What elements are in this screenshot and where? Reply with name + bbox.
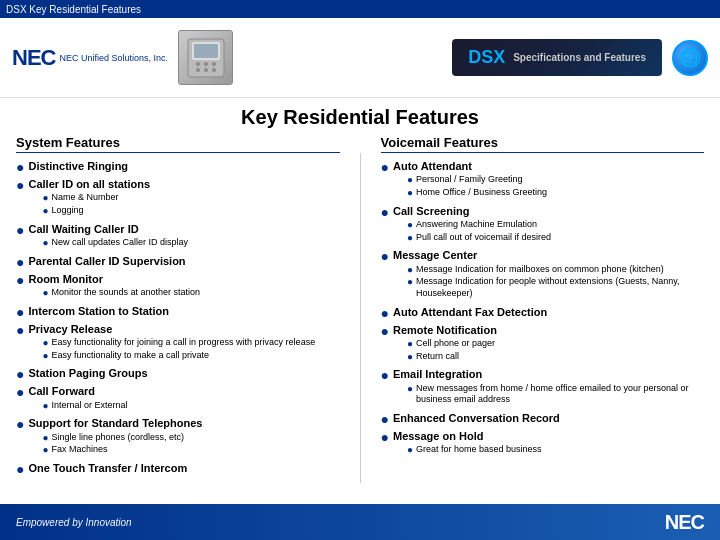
list-item: ● Cell phone or pager [407, 338, 497, 350]
list-item: ● Answering Machine Emulation [407, 219, 551, 231]
list-item: ● Caller ID on all stations ● Name & Num… [16, 177, 340, 219]
sub-bullet: ● [42, 445, 48, 455]
sub-label: Easy functionality to make a call privat… [52, 350, 210, 362]
bullet-icon: ● [16, 367, 24, 381]
bullet-icon: ● [16, 385, 24, 399]
list-item: ● Great for home based business [407, 444, 542, 456]
feature-block: Message on Hold ● Great for home based b… [393, 429, 542, 458]
svg-point-8 [212, 68, 216, 72]
sub-label: Personal / Family Greeting [416, 174, 523, 186]
feature-label: Auto Attendant [393, 160, 472, 172]
feature-block: Auto Attendant ● Personal / Family Greet… [393, 159, 547, 201]
list-item: ● Intercom Station to Station [16, 304, 340, 319]
list-item: ● Pull call out of voicemail if desired [407, 232, 551, 244]
feature-label: Message on Hold [393, 430, 483, 442]
bullet-icon: ● [381, 160, 389, 174]
list-item: ● Call Waiting Caller ID ● New call upda… [16, 222, 340, 251]
feature-label: Message Center [393, 249, 477, 261]
svg-point-6 [196, 68, 200, 72]
feature-block: Caller ID on all stations ● Name & Numbe… [28, 177, 150, 219]
list-item: ● Easy functionality for joining a call … [42, 337, 315, 349]
feature-label: Room Monitor [28, 273, 103, 285]
list-item: ● Privacy Release ● Easy functionality f… [16, 322, 340, 364]
list-item: ● Monitor the sounds at another station [42, 287, 200, 299]
svg-rect-2 [194, 44, 218, 58]
feature-block: Message Center ● Message Indication for … [393, 248, 704, 301]
header: NEC NEC Unified Solutions, Inc. DSX [0, 18, 720, 98]
sub-label: New messages from home / home office ema… [416, 383, 704, 406]
sub-bullet: ● [407, 175, 413, 185]
sub-list: ● Answering Machine Emulation ● Pull cal… [393, 219, 551, 243]
list-item: ● Message Indication for people without … [407, 276, 704, 299]
sub-label: Easy functionality for joining a call in… [52, 337, 316, 349]
globe-icon: 🌐 [672, 40, 708, 76]
list-item: ● Support for Standard Telephones ● Sing… [16, 416, 340, 458]
feature-block: Email Integration ● New messages from ho… [393, 367, 704, 408]
sub-label: Cell phone or pager [416, 338, 495, 350]
sub-bullet: ● [407, 352, 413, 362]
svg-point-7 [204, 68, 208, 72]
list-item: ● Station Paging Groups [16, 366, 340, 381]
feature-block: Call Screening ● Answering Machine Emula… [393, 204, 551, 246]
sub-bullet: ● [42, 206, 48, 216]
footer-tagline: Empowered by Innovation [16, 517, 132, 528]
list-item: ● One Touch Transfer / Intercom [16, 461, 340, 476]
footer-brand: NEC [665, 511, 704, 534]
voicemail-features-column: Voicemail Features ● Auto Attendant ● Pe… [381, 135, 705, 501]
dsx-banner: DSX Specifications and Features [452, 39, 662, 76]
column-divider [360, 153, 361, 482]
feature-label: Call Forward [28, 385, 95, 397]
nec-logo: NEC NEC Unified Solutions, Inc. [12, 45, 168, 71]
list-item: ● New call updates Caller ID display [42, 237, 188, 249]
voicemail-features-title: Voicemail Features [381, 135, 705, 153]
feature-label: Distinctive Ringing [28, 159, 128, 173]
bullet-icon: ● [381, 306, 389, 320]
list-item: ● Logging [42, 205, 150, 217]
sub-bullet: ● [407, 233, 413, 243]
sub-list: ● Monitor the sounds at another station [28, 287, 200, 299]
bullet-icon: ● [381, 412, 389, 426]
sub-label: Return call [416, 351, 459, 363]
sub-label: Pull call out of voicemail if desired [416, 232, 551, 244]
feature-block: Call Waiting Caller ID ● New call update… [28, 222, 188, 251]
sub-label: Logging [52, 205, 84, 217]
main-title: Key Residential Features [0, 98, 720, 135]
list-item: ● Personal / Family Greeting [407, 174, 547, 186]
feature-label: Auto Attendant Fax Detection [393, 305, 547, 319]
bullet-icon: ● [16, 305, 24, 319]
sub-bullet: ● [407, 445, 413, 455]
feature-label: Call Screening [393, 205, 469, 217]
sub-list: ● Message Indication for mailboxes on co… [393, 264, 704, 300]
sub-label: Home Office / Business Greeting [416, 187, 547, 199]
sub-list: ● Name & Number ● Logging [28, 192, 150, 216]
list-item: ● Message Center ● Message Indication fo… [381, 248, 705, 301]
sub-list: ● New call updates Caller ID display [28, 237, 188, 249]
feature-block: Call Forward ● Internal or External [28, 384, 127, 413]
svg-point-3 [196, 62, 200, 66]
nec-logo-text: NEC [12, 45, 55, 71]
sub-label: Message Indication for mailboxes on comm… [416, 264, 664, 276]
feature-label: Enhanced Conversation Record [393, 411, 560, 425]
sub-list: ● Easy functionality for joining a call … [28, 337, 315, 361]
list-item: ● Home Office / Business Greeting [407, 187, 547, 199]
feature-label: Parental Caller ID Supervision [28, 254, 185, 268]
sub-label: Monitor the sounds at another station [52, 287, 201, 299]
specs-text: Specifications and Features [513, 52, 646, 63]
list-item: ● Internal or External [42, 400, 127, 412]
bullet-icon: ● [16, 462, 24, 476]
sub-bullet: ● [407, 384, 413, 394]
list-item: ● Single line phones (cordless, etc) [42, 432, 202, 444]
bullet-icon: ● [381, 430, 389, 444]
feature-label: One Touch Transfer / Intercom [28, 461, 187, 475]
list-item: ● Easy functionality to make a call priv… [42, 350, 315, 362]
sub-label: Great for home based business [416, 444, 542, 456]
phone-image [178, 30, 233, 85]
feature-label: Call Waiting Caller ID [28, 223, 138, 235]
feature-block: Remote Notification ● Cell phone or page… [393, 323, 497, 365]
top-bar-title: DSX Key Residential Features [6, 4, 141, 15]
list-item: ● Auto Attendant Fax Detection [381, 305, 705, 320]
top-bar: DSX Key Residential Features [0, 0, 720, 18]
feature-label: Email Integration [393, 368, 482, 380]
sub-bullet: ● [42, 193, 48, 203]
bullet-icon: ● [16, 417, 24, 431]
